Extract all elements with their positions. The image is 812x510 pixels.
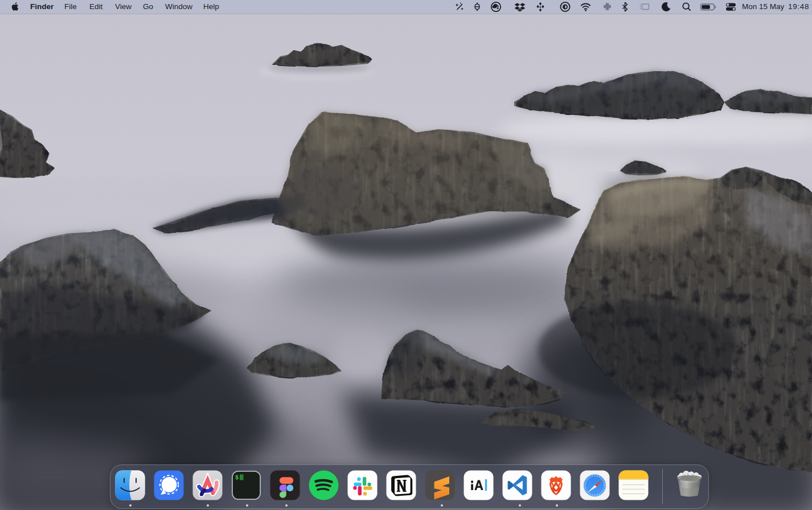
svg-text:$: $ [235,475,239,481]
